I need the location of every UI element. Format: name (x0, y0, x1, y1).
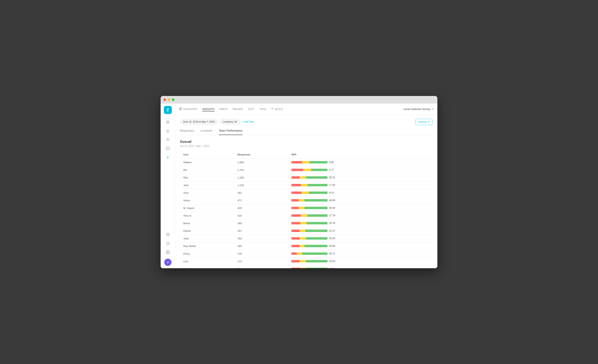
section-title: Overall (180, 140, 432, 144)
response-count: 1,280 (234, 174, 288, 181)
settings-icon[interactable] (164, 248, 172, 256)
nav-inbox[interactable]: INBOX (219, 107, 227, 111)
nps-bar (291, 222, 327, 224)
nav-insights[interactable]: INSIGHTS (202, 107, 215, 111)
user-name: William (180, 158, 234, 166)
user-name: Maria (180, 219, 234, 227)
table-row: M. Hayes44536.40 (180, 204, 432, 212)
table-row: Amy5919.14 (180, 189, 432, 196)
logo[interactable]: Z (164, 106, 172, 114)
nps-cell: 25.79 (288, 219, 432, 227)
user-name: Tony K. (180, 212, 234, 219)
bar-detractors (291, 169, 303, 171)
user-name: Roy Welter (180, 242, 234, 250)
nps-value: 17.93 (329, 184, 336, 186)
nps-value: 31.37 (329, 229, 336, 232)
maximize-dot[interactable] (172, 98, 174, 101)
nps-value: 28.68 (329, 245, 336, 247)
response-count: 1,216 (234, 181, 288, 189)
chevron-down-icon: ▾ (432, 108, 433, 111)
bar-detractors (291, 184, 301, 186)
response-count: 591 (234, 189, 288, 196)
tab-team-performance[interactable]: Team Performance (219, 129, 242, 135)
nav-snapshot[interactable]: SNAPSHOT (179, 106, 198, 112)
bar-promoters (305, 230, 328, 232)
nps-value: 6.60 (329, 161, 336, 164)
column-nps: NPS (288, 151, 432, 158)
nps-bar (291, 245, 327, 247)
table-row: Lisa11326.55 (180, 258, 432, 265)
bar-passives (299, 199, 304, 202)
column-user: User (180, 151, 234, 158)
sidebar-item-contacts[interactable] (164, 136, 172, 144)
main-content: SNAPSHOT INSIGHTS INBOX TRENDS TEXT TAGS (175, 104, 437, 268)
survey-selector[interactable]: Local Customer Survey ▾ (403, 108, 433, 111)
bar-passives (299, 176, 306, 179)
user-name: Rio (180, 166, 234, 174)
nps-bar (291, 161, 327, 163)
response-count: 357 (234, 227, 288, 235)
bar-passives (301, 214, 307, 217)
nps-cell: 3.77 (288, 166, 432, 174)
bar-detractors (291, 245, 299, 247)
sidebar-item-tasks[interactable] (164, 145, 172, 153)
bar-detractors (291, 161, 302, 163)
nav-text[interactable]: TEXT (248, 107, 255, 111)
sidebar-item-dashboard[interactable]: ⊞ (164, 118, 172, 126)
table-row: Tony K.41617.79 (180, 212, 432, 219)
close-dot[interactable] (163, 98, 166, 101)
nps-bar (291, 268, 327, 268)
svg-point-0 (167, 138, 168, 140)
user-name: Daniel (180, 227, 234, 235)
nav-build[interactable]: BUILD (271, 106, 283, 112)
svg-rect-5 (181, 108, 182, 109)
nav-tags[interactable]: TAGS (259, 107, 266, 111)
locations-filter[interactable]: Locations: All (220, 119, 240, 125)
tab-locations[interactable]: Locations (200, 129, 212, 135)
bar-detractors (291, 207, 299, 209)
help-icon[interactable] (164, 231, 172, 239)
nps-cell: 6.60 (288, 158, 432, 166)
nps-bar (291, 207, 327, 209)
add-filter-button[interactable]: + Add Filter (242, 120, 254, 123)
sidebar-item-add[interactable]: + (164, 153, 172, 161)
build-icon (271, 107, 274, 111)
nps-value: 30.31 (329, 176, 336, 179)
bar-detractors (291, 230, 299, 232)
nps-cell: 36.40 (288, 204, 432, 212)
response-count: 445 (234, 204, 288, 212)
table-row: Jack1,21617.93 (180, 181, 432, 189)
nps-value: 36.40 (329, 207, 336, 209)
nps-cell: 11.54 (288, 265, 432, 268)
nav-trends[interactable]: TRENDS (232, 107, 243, 111)
nps-cell: 17.93 (288, 181, 432, 189)
bar-detractors (291, 222, 300, 224)
minimize-dot[interactable] (168, 98, 170, 101)
tab-responses[interactable]: Responses (180, 129, 194, 135)
table-row: Beverly10411.54 (180, 265, 432, 268)
column-responses: Responses (234, 151, 288, 158)
table-row: Vania47240.89 (180, 196, 432, 204)
bar-passives (301, 184, 307, 186)
table-row: Daniel35731.37 (180, 227, 432, 235)
table-row: Maria38025.79 (180, 219, 432, 227)
nps-bar (291, 252, 327, 255)
notifications-icon[interactable] (164, 239, 172, 247)
bar-promoters (307, 214, 328, 217)
date-range-filter[interactable]: June 15, 2018 to May 7, 2020 (180, 119, 218, 125)
bar-promoters (309, 192, 328, 194)
actions-button[interactable]: Actions ▾ (415, 119, 432, 125)
user-avatar[interactable]: J (164, 259, 171, 266)
bar-passives (302, 192, 309, 194)
sidebar-item-survey[interactable]: ◎ (164, 127, 172, 135)
performance-table: User Responses NPS William1,8926.60Rio1,… (180, 151, 432, 268)
bar-promoters (306, 176, 327, 179)
tab-bar: Responses Locations Team Performance (180, 129, 432, 135)
nps-bar (291, 199, 327, 202)
nps-cell: 40.89 (288, 196, 432, 204)
response-count: 380 (234, 219, 288, 227)
nps-cell: 28.68 (288, 242, 432, 250)
bar-promoters (306, 268, 327, 268)
table-row: Roy Welter26528.68 (180, 242, 432, 250)
nps-value: 11.54 (329, 267, 336, 268)
